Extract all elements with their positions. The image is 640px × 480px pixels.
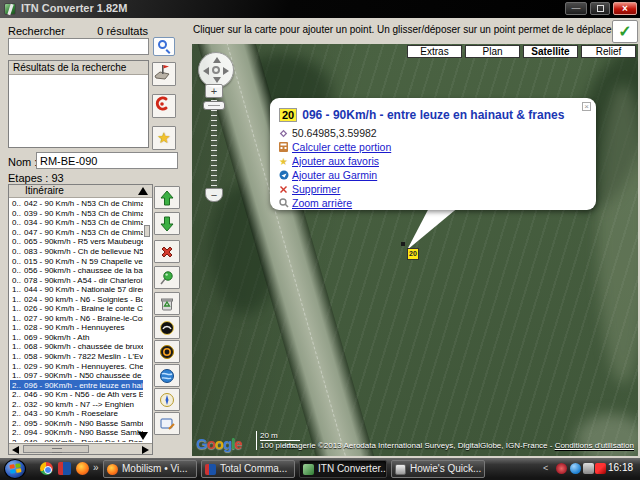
list-item[interactable]: 1.. 058 - 90km/h - 7822 Meslin - L'Eveq <box>10 352 143 362</box>
scroll-left-arrow[interactable] <box>12 446 19 454</box>
add-result-button[interactable] <box>152 62 176 86</box>
tray-expand-chevron[interactable]: < <box>543 463 548 473</box>
list-item[interactable]: 2.. 049 - 90 Km/h - Route De La Basse S <box>10 438 143 442</box>
itinerary-list[interactable]: Itinéraire 0.. 042 - 90 Km/h - N53 Ch de… <box>8 184 153 455</box>
horizontal-scrollbar[interactable] <box>9 443 152 454</box>
search-results-list[interactable]: Résultats de la recherche <box>8 60 149 148</box>
minimize-button[interactable]: — <box>565 2 587 15</box>
bubble-close-icon[interactable]: × <box>582 102 591 111</box>
map-canvas[interactable]: Extras Plan Satellite Relief + − × 20096… <box>192 44 638 456</box>
taskbar-item-howies[interactable]: Howie's Quick... <box>391 460 485 478</box>
bubble-link-favorites[interactable]: Ajouter aux favoris <box>292 155 379 167</box>
close-button[interactable]: × <box>613 2 637 15</box>
list-item[interactable]: 0.. 083 - 90km/h - Ch de bellevue N552 <box>10 247 143 257</box>
pan-left-icon[interactable] <box>203 67 209 75</box>
list-item[interactable]: 1.. 029 - 90 Km/h - Hennuyeres. Chee d <box>10 361 143 371</box>
move-up-button[interactable] <box>154 186 180 209</box>
zoom-out-button[interactable]: − <box>205 188 223 202</box>
pan-center-icon[interactable] <box>212 66 220 74</box>
list-item-label: 015 - 90 Km/h - N 59 Chapelle vers S <box>24 257 143 266</box>
quicklaunch-overflow-chevron[interactable]: » <box>93 462 99 473</box>
list-item[interactable]: 0.. 042 - 90 Km/h - N53 Ch de Chimay d <box>10 199 143 209</box>
list-item[interactable]: 1.. 068 - 90km/h - chaussée de bruxelle <box>10 342 143 352</box>
quicklaunch-totalcommander-icon[interactable] <box>58 462 71 475</box>
tray-icon-4[interactable] <box>595 463 606 474</box>
maximize-button[interactable] <box>590 2 610 15</box>
bubble-link-garmin[interactable]: Ajouter au Garmin <box>292 169 377 181</box>
list-item[interactable]: 2.. 043 - 90 Km/h - Roeselare <box>10 409 143 419</box>
vertical-scrollbar-thumb[interactable] <box>144 225 150 237</box>
map-view-buttons: Extras Plan Satellite Relief <box>407 45 636 58</box>
route-point-marker[interactable]: 20 <box>407 248 419 260</box>
pan-down-icon[interactable] <box>213 77 221 83</box>
tray-icon-3[interactable] <box>583 463 594 474</box>
bubble-link-zoomout[interactable]: Zoom arrière <box>292 197 352 209</box>
tray-icon-1[interactable] <box>556 463 567 474</box>
list-item[interactable]: 2.. 032 - 90 km/h - N7 --> Enghien <box>10 399 143 409</box>
taskbar-item-totalcommander[interactable]: Total Comma... <box>201 460 295 478</box>
camera-dark-button[interactable] <box>154 316 180 339</box>
list-item[interactable]: 2.. 046 - 90 Km - N56 - de Ath vers E429 <box>10 390 143 400</box>
list-item[interactable]: 0.. 034 - 90 Km/h - N53 Ch de Chimay d <box>10 218 143 228</box>
bubble-link-delete[interactable]: Supprimer <box>292 183 340 195</box>
search-button[interactable] <box>153 37 175 56</box>
list-item[interactable]: 2.. 095 - 90Km/h - N90 Basse Sambre <box>10 419 143 429</box>
horizontal-scrollbar-thumb[interactable] <box>23 445 89 453</box>
list-item-label: 096 - 90Km/h - entre leuze en hainau <box>24 381 143 390</box>
list-item-index: 0.. <box>12 247 24 256</box>
quicklaunch-firefox-icon[interactable] <box>76 462 89 475</box>
move-down-button[interactable] <box>154 212 180 235</box>
quicklaunch-chrome-icon[interactable] <box>40 462 53 475</box>
list-item-index: 0.. <box>12 276 24 285</box>
map-button-extras[interactable]: Extras <box>407 45 462 58</box>
list-item[interactable]: 1.. 044 - 90 Km/h - Nationale 57 directi… <box>10 285 143 295</box>
list-item[interactable]: 1.. 024 - 90 km/h - N6 - Soignies - Bois… <box>10 294 143 304</box>
bubble-link-calculate[interactable]: Calculer cette portion <box>292 141 391 153</box>
list-item[interactable]: 0.. 015 - 90 Km/h - N 59 Chapelle vers S <box>10 256 143 266</box>
compass-button[interactable] <box>154 388 180 411</box>
list-item[interactable]: 0.. 065 - 90km/h - R5 vers Maubeuge <box>10 237 143 247</box>
map-button-plan[interactable]: Plan <box>465 45 520 58</box>
taskbar-item-itnconverter[interactable]: ITN Converter... <box>299 460 387 478</box>
list-item[interactable]: 1.. 028 - 90 Km/h - Hennuyeres <box>10 323 143 333</box>
list-item[interactable]: 1.. 097 - 90Km/h - N50 chaussée de Ler <box>10 371 143 381</box>
list-item[interactable]: 0.. 039 - 90 Km/h - N53 Ch de Chimay d <box>10 209 143 219</box>
globe-button[interactable] <box>154 364 180 387</box>
route-swirl-button[interactable] <box>152 94 176 118</box>
terms-link[interactable]: Conditions d'utilisation <box>555 441 634 450</box>
start-button[interactable] <box>4 459 26 479</box>
list-item[interactable]: 0.. 047 - 90 Km/h - N53 Ch de Chimay d <box>10 228 143 238</box>
list-item[interactable]: 1.. 069 - 90km/h - Ath <box>10 333 143 343</box>
list-item[interactable]: 2.. 096 - 90Km/h - entre leuze en hainau <box>10 380 143 390</box>
zoom-slider-thumb[interactable] <box>203 101 225 110</box>
list-item[interactable]: 1.. 026 - 90 Km/h - Braine le conte Chee <box>10 304 143 314</box>
list-item-label: 069 - 90km/h - Ath <box>24 333 89 342</box>
confirm-button[interactable]: ✓ <box>612 20 638 43</box>
favorites-button[interactable]: ★ <box>152 126 176 150</box>
itinerary-column-header[interactable]: Itinéraire <box>9 185 152 198</box>
route-name-field[interactable] <box>36 152 178 169</box>
list-item[interactable]: 1.. 027 - 90 km/h - N6 - Braine-le-Comte <box>10 314 143 324</box>
list-item[interactable]: 0.. 056 - 90km/h - chaussee de la barri <box>10 266 143 276</box>
camera-orange-button[interactable] <box>154 340 180 363</box>
tray-icon-2[interactable] <box>570 463 581 474</box>
map-button-relief[interactable]: Relief <box>581 45 636 58</box>
insert-point-button[interactable] <box>154 266 180 289</box>
delete-point-button[interactable] <box>154 240 180 263</box>
map-button-satellite[interactable]: Satellite <box>523 45 578 58</box>
list-item[interactable]: 0.. 078 - 90km/h - A54 - dir Charleroi à… <box>10 275 143 285</box>
taskbar-item-mobilism[interactable]: Mobilism • Vi... <box>103 460 197 478</box>
export-button[interactable] <box>154 412 180 435</box>
pan-right-icon[interactable] <box>223 67 229 75</box>
zoom-slider-track[interactable] <box>211 100 217 188</box>
list-item[interactable]: 2.. 094 - 90Km/h - N90 Basse Sambre <box>10 428 143 438</box>
recycle-bin-button[interactable] <box>154 292 180 315</box>
zoom-in-button[interactable]: + <box>205 84 223 98</box>
scroll-right-arrow[interactable] <box>142 446 149 454</box>
route-point-dot[interactable] <box>401 242 405 246</box>
pan-up-icon[interactable] <box>213 57 221 63</box>
scroll-down-arrow[interactable] <box>138 432 148 440</box>
search-input[interactable] <box>8 38 149 55</box>
map-pan-control[interactable] <box>198 52 234 88</box>
scroll-up-arrow[interactable] <box>138 187 148 195</box>
